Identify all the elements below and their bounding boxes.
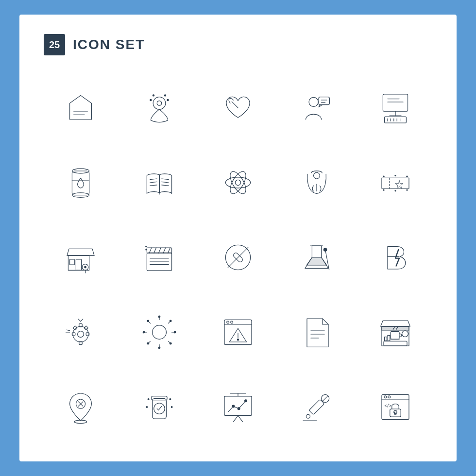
svg-point-99: [147, 342, 149, 345]
svg-rect-49: [70, 259, 75, 265]
svg-rect-79: [84, 326, 88, 330]
svg-rect-149: [394, 412, 396, 414]
svg-line-58: [163, 248, 166, 253]
icon-dropper: [280, 372, 354, 442]
svg-point-42: [394, 175, 396, 176]
svg-rect-115: [385, 337, 387, 341]
svg-point-73: [78, 331, 84, 338]
svg-point-5: [167, 99, 169, 101]
svg-point-97: [147, 320, 149, 322]
svg-rect-129: [224, 396, 252, 416]
svg-point-44: [383, 189, 384, 191]
svg-point-96: [174, 331, 176, 334]
svg-point-145: [384, 396, 387, 398]
svg-line-8: [232, 102, 238, 108]
svg-point-9: [309, 97, 318, 106]
icon-browser-lock: </>: [358, 372, 432, 442]
svg-point-106: [237, 339, 238, 340]
svg-point-4: [150, 99, 152, 101]
svg-rect-48: [76, 259, 81, 270]
svg-point-146: [388, 396, 391, 398]
svg-rect-138: [309, 399, 324, 415]
svg-line-80: [78, 319, 81, 322]
svg-point-6: [153, 95, 154, 96]
svg-point-38: [314, 172, 320, 179]
svg-point-128: [171, 406, 173, 408]
svg-line-55: [149, 248, 152, 253]
svg-point-46: [406, 189, 408, 191]
svg-line-83: [67, 330, 69, 331]
svg-line-81: [81, 319, 83, 322]
svg-point-70: [323, 248, 326, 251]
svg-line-29: [150, 182, 157, 183]
icon-heart-flower: [201, 73, 275, 143]
svg-rect-53: [147, 253, 171, 271]
svg-point-41: [383, 176, 384, 177]
svg-point-141: [306, 414, 310, 418]
icon-atom: [201, 148, 275, 218]
svg-point-45: [394, 190, 396, 191]
icon-no-pill: [201, 222, 275, 292]
svg-rect-147: [390, 409, 401, 417]
svg-point-104: [231, 321, 233, 323]
svg-line-59: [168, 248, 170, 253]
svg-point-124: [154, 403, 165, 414]
svg-rect-122: [153, 398, 167, 419]
svg-point-63: [145, 249, 147, 250]
icon-coffee-shop: [358, 297, 432, 367]
svg-line-30: [150, 185, 157, 186]
svg-rect-13: [383, 94, 408, 111]
icon-chart-presentation: [201, 372, 275, 442]
svg-rect-114: [384, 341, 407, 346]
svg-point-134: [245, 400, 247, 402]
icon-map-pin-x: [44, 372, 118, 442]
icon-open-book: [122, 148, 196, 218]
svg-rect-116: [388, 335, 390, 340]
svg-point-133: [238, 408, 240, 410]
header: 25 ICON SET: [44, 34, 432, 55]
icon-ticket-star: [358, 148, 432, 218]
svg-rect-112: [391, 331, 399, 339]
svg-text:</>: </>: [385, 404, 392, 408]
header-title: ICON SET: [73, 37, 145, 52]
svg-point-125: [148, 398, 150, 400]
svg-point-2: [153, 97, 166, 110]
icon-timer-gear: [44, 297, 118, 367]
svg-line-32: [162, 182, 169, 183]
icon-price-tag: [44, 73, 118, 143]
svg-line-31: [162, 179, 169, 180]
svg-rect-123: [152, 396, 167, 400]
svg-line-57: [158, 248, 161, 253]
svg-point-98: [170, 320, 172, 322]
svg-point-103: [227, 321, 229, 323]
svg-rect-76: [72, 333, 75, 336]
svg-point-7: [164, 95, 166, 96]
card: 25 ICON SET: [19, 15, 457, 461]
svg-marker-40: [395, 180, 403, 188]
icon-map-pin-coffee: [122, 73, 196, 143]
icon-store-location: [44, 222, 118, 292]
svg-point-3: [157, 101, 162, 106]
svg-point-35: [225, 177, 250, 188]
svg-point-93: [158, 316, 161, 318]
svg-point-64: [145, 246, 147, 247]
svg-line-33: [162, 185, 169, 186]
svg-rect-78: [73, 326, 77, 330]
icons-grid: </>: [44, 73, 432, 442]
svg-point-132: [232, 405, 235, 408]
icon-beaker: [280, 222, 354, 292]
icon-bib: [280, 148, 354, 218]
svg-line-56: [154, 248, 156, 253]
icon-jar-badge: [122, 372, 196, 442]
svg-rect-111: [382, 326, 409, 330]
svg-line-131: [238, 416, 243, 422]
svg-line-67: [228, 247, 248, 268]
svg-point-95: [143, 331, 145, 334]
svg-point-52: [84, 266, 86, 269]
icon-document-lines: [280, 297, 354, 367]
svg-point-100: [170, 342, 172, 345]
svg-rect-10: [319, 97, 329, 105]
svg-point-34: [235, 180, 240, 185]
icon-person-chat: [280, 73, 354, 143]
svg-line-130: [233, 416, 238, 422]
